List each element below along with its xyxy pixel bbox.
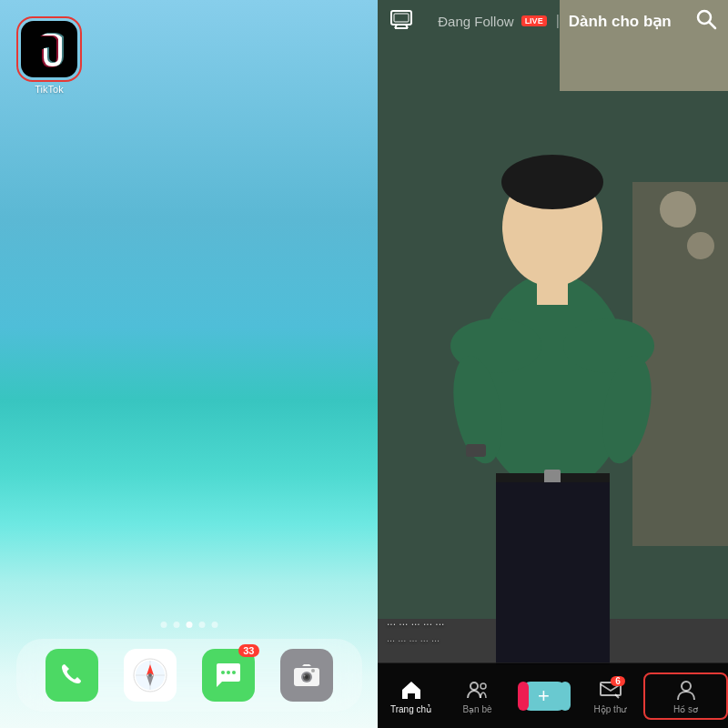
svg-point-7 (221, 671, 225, 674)
tab-group: Đang Follow LIVE | Dành cho bạn (438, 12, 672, 31)
svg-point-45 (480, 683, 486, 689)
live-badge: LIVE (521, 15, 547, 26)
tiktok-app-label: TikTok (35, 84, 63, 95)
caption-line2: ... ... ... ... ... (387, 632, 440, 643)
tiktok-screen: Đang Follow LIVE | Dành cho bạn ... ... … (378, 0, 728, 728)
svg-point-46 (682, 682, 691, 691)
camera-icon (291, 660, 322, 691)
live-tv-icon (389, 6, 414, 32)
svg-point-9 (232, 671, 236, 674)
tab-for-you[interactable]: Dành cho bạn (569, 12, 672, 31)
svg-point-13 (305, 675, 308, 679)
caption-text: ... ... ... ... ... (387, 615, 444, 628)
video-caption: ... ... ... ... ... ... ... ... ... ... (387, 613, 673, 646)
dot-4 (198, 622, 205, 628)
messages-badge: 33 (238, 644, 258, 657)
profile-icon (674, 678, 698, 702)
svg-point-20 (660, 191, 696, 228)
nav-add[interactable]: + (511, 682, 577, 711)
home-screen: TikTok (0, 0, 378, 728)
friends-icon (466, 678, 490, 702)
page-indicator (160, 622, 217, 628)
tab-following[interactable]: Đang Follow (438, 14, 513, 29)
nav-friends[interactable]: Bạn bè (444, 678, 511, 714)
svg-point-14 (311, 669, 315, 672)
messages-app[interactable]: 33 (202, 649, 255, 702)
home-icon (399, 678, 423, 702)
svg-rect-36 (466, 444, 486, 457)
app-dock: 33 (16, 639, 362, 712)
camera-app[interactable] (280, 649, 333, 702)
bottom-navigation: Trang chủ Bạn bè + 6 (378, 662, 728, 728)
search-icon (695, 8, 717, 30)
nav-friends-label: Bạn bè (462, 704, 491, 714)
search-button[interactable] (695, 8, 717, 34)
svg-point-6 (148, 673, 152, 677)
messages-icon (213, 660, 244, 691)
nav-home-label: Trang chủ (390, 704, 431, 714)
svg-point-23 (475, 273, 630, 491)
safari-app[interactable] (124, 649, 177, 702)
add-button[interactable]: + (523, 682, 565, 711)
nav-home[interactable]: Trang chủ (378, 678, 444, 714)
nav-profile[interactable]: Hồ sơ (643, 672, 728, 720)
wallpaper (0, 0, 378, 728)
svg-rect-34 (544, 470, 561, 484)
phone-app[interactable] (46, 649, 98, 702)
svg-rect-41 (394, 14, 409, 22)
dot-1 (160, 622, 167, 628)
nav-inbox[interactable]: 6 Hộp thư (577, 678, 643, 714)
live-button[interactable] (389, 6, 414, 35)
dot-5 (211, 622, 217, 628)
svg-line-43 (709, 22, 715, 28)
nav-inbox-label: Hộp thư (594, 704, 627, 714)
svg-point-8 (227, 671, 230, 674)
dot-2 (173, 622, 179, 628)
phone-icon (57, 661, 86, 690)
tiktok-logo (33, 30, 66, 68)
svg-point-15 (303, 675, 305, 677)
svg-rect-19 (632, 182, 728, 546)
tiktok-app-icon[interactable]: TikTok (16, 16, 82, 82)
svg-point-44 (470, 682, 478, 690)
dot-3 (186, 622, 192, 628)
inbox-badge: 6 (611, 676, 625, 686)
safari-icon (133, 658, 167, 693)
svg-point-25 (501, 155, 603, 209)
svg-point-21 (687, 232, 714, 259)
tiktok-topbar: Đang Follow LIVE | Dành cho bạn (378, 0, 728, 42)
plus-icon: + (538, 684, 550, 708)
nav-profile-label: Hồ sơ (673, 704, 698, 714)
svg-rect-26 (537, 278, 568, 305)
